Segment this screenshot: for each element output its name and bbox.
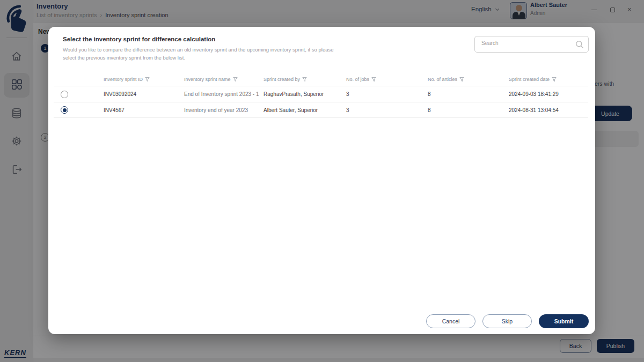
column-header-label: Sprint created date <box>509 77 550 82</box>
filter-icon[interactable] <box>552 77 557 82</box>
radio-button-unselected[interactable] <box>61 91 68 98</box>
column-header-label: No. of jobs <box>346 77 369 82</box>
cell-articles: 8 <box>428 91 509 97</box>
filter-icon[interactable] <box>233 77 238 82</box>
column-header-label: Sprint created by <box>264 77 300 82</box>
column-header-created-date[interactable]: Sprint created date <box>509 77 588 82</box>
cell-created-by: RaghavPrasath, Superior <box>264 91 346 97</box>
cell-articles: 8 <box>428 107 509 113</box>
app-window: KERN Inventory List of inventory sprints… <box>0 0 644 362</box>
search-box <box>474 36 589 53</box>
skip-button[interactable]: Skip <box>482 314 532 328</box>
cell-sprint-name: Inventory end of year 2023 <box>184 107 264 113</box>
filter-icon[interactable] <box>302 77 307 82</box>
cell-created-date: 2024-08-31 13:04:54 <box>509 107 588 113</box>
sprint-table: Inventory sprint ID Inventory sprint nam… <box>54 73 588 118</box>
cell-sprint-id: INV03092024 <box>104 91 184 97</box>
search-input[interactable] <box>481 40 570 46</box>
radio-button-selected[interactable] <box>61 106 68 114</box>
cell-sprint-id: INV4567 <box>104 107 184 113</box>
column-header-sprint-name[interactable]: Inventory sprint name <box>184 77 264 82</box>
search-icon[interactable] <box>575 40 584 51</box>
table-row[interactable]: INV03092024 End of Inventory sprint 2023… <box>54 86 588 102</box>
submit-button[interactable]: Submit <box>539 314 589 328</box>
modal-description-line-1: Would you like to compare the difference… <box>63 46 334 54</box>
cell-created-date: 2024-09-03 18:41:29 <box>509 91 588 97</box>
table-header-row: Inventory sprint ID Inventory sprint nam… <box>54 73 588 86</box>
modal-title: Select the inventory sprint for differen… <box>63 36 215 42</box>
column-header-sprint-id[interactable]: Inventory sprint ID <box>104 77 184 82</box>
cell-created-by: Albert Sauter, Superior <box>264 107 346 113</box>
column-header-articles[interactable]: No. of articles <box>428 77 509 82</box>
column-header-label: Inventory sprint ID <box>104 77 143 82</box>
table-row[interactable]: INV4567 Inventory end of year 2023 Alber… <box>54 102 588 118</box>
modal-description: Would you like to compare the difference… <box>63 46 334 62</box>
filter-icon[interactable] <box>371 77 376 82</box>
filter-icon[interactable] <box>145 77 150 82</box>
cell-sprint-name: End of Inventory sprint 2023 - 1 <box>184 91 264 97</box>
cell-jobs: 3 <box>346 107 428 113</box>
cancel-button[interactable]: Cancel <box>426 314 475 328</box>
sprint-selection-modal: Select the inventory sprint for differen… <box>48 27 595 334</box>
modal-actions: Cancel Skip Submit <box>426 314 589 328</box>
column-header-created-by[interactable]: Sprint created by <box>264 77 346 82</box>
column-header-jobs[interactable]: No. of jobs <box>346 77 428 82</box>
modal-description-line-2: select the previous inventory sprint fro… <box>63 54 334 62</box>
column-header-label: Inventory sprint name <box>184 77 231 82</box>
cell-jobs: 3 <box>346 91 428 97</box>
filter-icon[interactable] <box>459 77 464 82</box>
column-header-label: No. of articles <box>428 77 457 82</box>
